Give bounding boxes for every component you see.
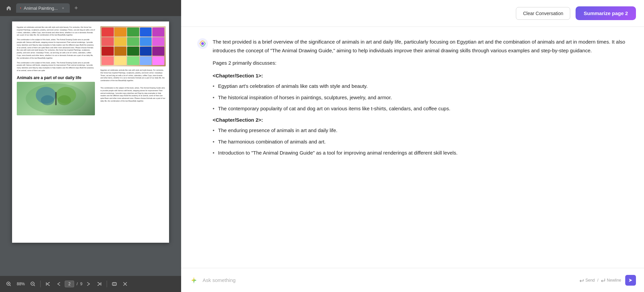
pdf-top-image [100,26,166,66]
summarize-button[interactable]: Summarize page 2 [576,6,636,20]
pdf-right-text-1: Egyptian art celebrates animals like cat… [100,69,166,82]
pdf-content-area: Egyptian art celebrates animals like cat… [0,16,181,276]
pdf-bottom-image [17,82,95,115]
first-page-button[interactable] [43,279,53,289]
ai-chapter1-list: Egyptian art's celebration of animals li… [213,82,628,113]
zoom-level: 88% [15,282,27,286]
fit-page-button[interactable] [110,279,119,289]
pdf-right-column: Egyptian art celebrates animals like cat… [98,21,169,243]
enter-icon [579,278,584,283]
ai-chapter2-header: <Chapter/Section 2>: [213,116,628,124]
svg-point-5 [41,95,54,105]
page-separator: / [75,282,79,286]
send-button[interactable] [625,275,636,286]
new-tab-button[interactable]: + [71,3,81,13]
pdf-text-block-2: This combination is the subject of this … [17,39,95,59]
pdf-text-block-3: This combination is the subject of this … [17,62,95,72]
ai-message: The text provided is a brief overview of… [197,38,628,160]
pdf-toolbar: 88% / 9 [0,276,181,292]
ai-input-area: Send / Newline [181,268,644,292]
chat-input[interactable] [203,277,575,283]
page-total: 9 [80,282,83,286]
ai-messages-area: The text provided is a brief overview of… [181,27,644,268]
pdf-left-column: Egyptian art celebrates animals like cat… [12,21,98,243]
ai-header: Clear Conversation Summarize page 2 [181,0,644,27]
ai-chapter2-item-1: The enduring presence of animals in art … [213,126,628,135]
ai-chapter2-list: The enduring presence of animals in art … [213,126,628,157]
svg-line-14 [34,285,35,286]
home-button[interactable] [3,2,15,14]
divider-1 [40,281,41,287]
pdf-page: Egyptian art celebrates animals like cat… [12,21,169,243]
ai-panel: Clear Conversation Summarize page 2 [181,0,644,292]
svg-line-11 [10,285,11,286]
ai-chapter1-item-1: Egyptian art's celebration of animals li… [213,82,628,91]
ai-chapter1-header: <Chapter/Section 1>: [213,71,628,80]
pdf-file-icon: PDF [20,6,21,10]
svg-point-6 [58,95,71,105]
last-page-button[interactable] [95,279,104,289]
input-hint: Send / Newline [579,278,621,283]
ai-chapter1-item-3: The contemporary popularity of cat and d… [213,104,628,113]
svg-point-23 [201,42,204,45]
prev-page-button[interactable] [54,279,63,289]
newline-hint-text: Newline [607,278,621,283]
updf-ai-avatar [197,38,208,49]
svg-rect-7 [55,92,57,105]
tab-close-button[interactable]: × [60,5,66,11]
send-hint-text: Send [585,278,595,283]
ai-response-bubble: The text provided is a brief overview of… [213,38,628,160]
newline-icon [601,278,605,283]
tab-bar: PDF Animal Painting... × + [0,0,181,16]
pdf-tab[interactable]: PDF Animal Painting... × [16,3,70,13]
clear-conversation-button[interactable]: Clear Conversation [516,7,570,20]
ai-chapter1-item-2: The historical inspiration of horses in … [213,93,628,102]
pdf-right-text-2: This combination is the subject of this … [100,87,166,103]
page-number-input[interactable] [65,281,74,287]
svg-rect-17 [112,283,116,285]
zoom-in-button[interactable] [4,279,13,289]
pdf-text-block-1: Egyptian art celebrates animals like cat… [17,26,95,37]
pdf-panel: PDF Animal Painting... × + Egyptian art … [0,0,181,292]
close-button[interactable] [120,279,130,289]
ai-chapter2-item-2: The harmonious combination of animals an… [213,137,628,146]
divider-2 [107,281,107,287]
ai-chapter2-item-3: Introduction to "The Animal Drawing Guid… [213,149,628,157]
hint-separator: / [596,278,599,283]
next-page-button[interactable] [84,279,93,289]
sparkle-icon [189,276,199,285]
zoom-out-button[interactable] [28,279,38,289]
ai-pages-intro: Pages 2 primarily discusses: [213,59,628,67]
tab-title: Animal Painting... [24,6,58,11]
pdf-heading: Animals are a part of our daily life [17,75,95,81]
send-icon [628,278,633,283]
ai-intro-text: The text provided is a brief overview of… [213,38,628,55]
